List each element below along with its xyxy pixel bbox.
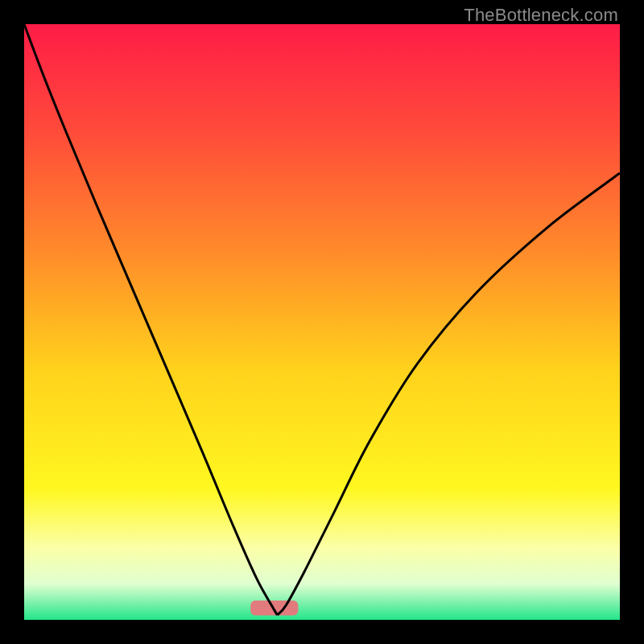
- watermark-text: TheBottleneck.com: [464, 5, 618, 26]
- gradient-background: [24, 24, 620, 620]
- chart-frame: [24, 24, 620, 620]
- bottleneck-chart: [24, 24, 620, 620]
